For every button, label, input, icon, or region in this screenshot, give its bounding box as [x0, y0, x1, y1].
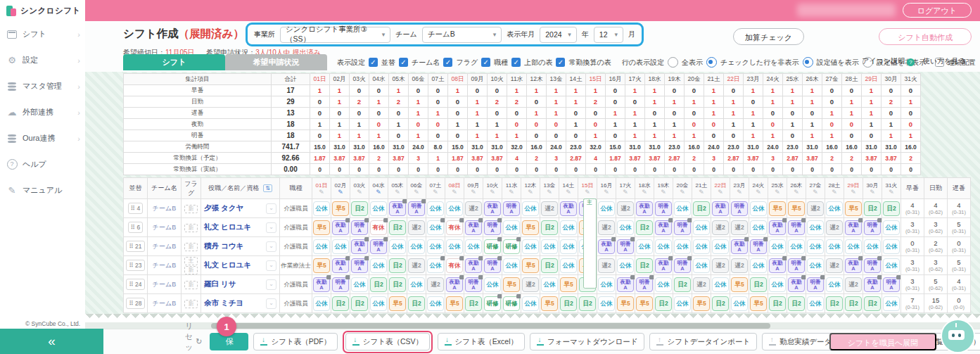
shift-cell-chip[interactable]: 日2 — [674, 277, 691, 292]
shift-cell-chip[interactable]: 公休 — [560, 239, 577, 254]
shift-cell-chip[interactable]: 公休 — [370, 201, 387, 216]
shift-cell-chip[interactable]: 明番A — [788, 258, 805, 273]
addition-check-button[interactable]: 加算チェック — [733, 28, 804, 45]
pencil-edit-icon[interactable]: ✎ — [616, 189, 635, 196]
row-drag-handle[interactable]: ⠿ 6 — [128, 222, 143, 233]
shift-cell-chip[interactable]: 明番A — [883, 277, 900, 292]
shift-cell-chip[interactable]: 公休 — [446, 201, 463, 216]
shift-cell-chip[interactable]: 夜勤A — [446, 277, 463, 292]
radio-チェックした行を非表示[interactable] — [706, 57, 717, 68]
shift-cell-chip[interactable]: 夜勤A — [655, 258, 672, 273]
pencil-edit-icon[interactable]: ✎ — [787, 189, 806, 196]
shift-cell-chip[interactable]: 早5 — [541, 296, 558, 311]
shift-cell-chip[interactable]: 遅2 — [465, 201, 482, 216]
toolbar-button-フォーマットダウンロード[interactable]: フォーマットダウンロード — [530, 333, 644, 350]
shift-cell-chip[interactable]: 早5 — [769, 201, 786, 216]
pencil-edit-icon[interactable]: ✎ — [844, 189, 863, 196]
shift-cell-chip[interactable]: 明番A — [674, 258, 691, 273]
shift-cell-chip[interactable]: 研修 — [484, 296, 501, 311]
shift-cell-chip[interactable]: 明番A — [351, 220, 368, 235]
sidebar-item-シフト[interactable]: シフト› — [0, 21, 85, 47]
pencil-edit-icon[interactable]: ✎ — [692, 189, 711, 196]
shift-cell-chip[interactable]: 夜勤A — [389, 201, 406, 216]
shift-cell-chip[interactable]: 日2 — [636, 220, 653, 235]
pencil-edit-icon[interactable]: ✎ — [483, 189, 502, 196]
shift-cell-chip[interactable]: 明番A — [674, 220, 691, 235]
checkbox-常勤換算の表[interactable] — [556, 58, 565, 67]
shift-cell-chip[interactable]: 日2 — [769, 296, 786, 311]
shift-cell-chip[interactable]: 公休 — [807, 220, 824, 235]
pencil-edit-icon[interactable]: ✎ — [407, 189, 426, 196]
shift-cell-chip[interactable]: 夜勤A — [655, 220, 672, 235]
shift-cell-chip[interactable]: 公休 — [484, 277, 501, 292]
pencil-edit-icon[interactable]: ✎ — [426, 189, 445, 196]
shift-cell-chip[interactable]: 公休 — [332, 239, 349, 254]
shift-cell-chip[interactable]: 公休 — [351, 277, 368, 292]
shift-cell-chip[interactable]: 日2 — [788, 296, 805, 311]
shift-cell-chip[interactable]: 公休 — [522, 239, 539, 254]
toolbar-button-シフト表（PDF）[interactable]: シフト表（PDF） — [253, 333, 338, 350]
shift-cell-chip[interactable]: 公休 — [674, 239, 691, 254]
shift-cell-chip[interactable]: 日2 — [389, 220, 406, 235]
shift-cell-chip[interactable]: 日2 — [883, 201, 900, 216]
shift-cell-chip[interactable]: 公休 — [674, 201, 691, 216]
shift-cell-chip[interactable]: 明番A — [351, 258, 368, 273]
shift-cell-chip[interactable]: 公休 — [693, 239, 710, 254]
shift-cell-chip[interactable]: 公休 — [826, 277, 843, 292]
checkbox-チーム名[interactable] — [399, 58, 408, 67]
shift-cell-chip[interactable]: 明番A — [370, 239, 387, 254]
shift-cell-chip[interactable]: 有休 — [446, 258, 463, 273]
logout-button[interactable]: ログアウト — [903, 3, 972, 18]
pencil-edit-icon[interactable]: ✎ — [521, 189, 540, 196]
checkbox-フラグ[interactable] — [443, 58, 452, 67]
shift-cell-chip[interactable]: 公休 — [427, 239, 444, 254]
shift-cell-chip[interactable]: 夜勤A — [351, 239, 368, 254]
shift-cell-chip[interactable]: 公休 — [769, 277, 786, 292]
shift-cell-chip[interactable]: 公休 — [807, 296, 824, 311]
shift-cell-chip[interactable]: 日2 — [332, 296, 349, 311]
shift-cell-chip[interactable]: 公休 — [826, 201, 843, 216]
shift-cell-chip[interactable]: 夜勤A — [636, 201, 653, 216]
shift-cell-chip[interactable]: 公休 — [370, 296, 387, 311]
shift-cell-chip[interactable]: 公休 — [313, 296, 330, 311]
shift-cell-chip[interactable]: 遅2 — [845, 277, 862, 292]
shift-cell-chip[interactable]: 公休 — [807, 258, 824, 273]
shift-cell-chip[interactable]: 公休 — [807, 239, 824, 254]
shift-cell-chip[interactable]: 明番A — [503, 201, 520, 216]
shift-cell-chip[interactable]: 公休 — [522, 201, 539, 216]
pencil-edit-icon[interactable]: ✎ — [597, 189, 616, 196]
shift-cell-chip[interactable]: 公休 — [541, 277, 558, 292]
row-expand-chevron[interactable]: ⌄ — [266, 260, 276, 271]
pencil-edit-icon[interactable]: ✎ — [711, 189, 730, 196]
pencil-edit-icon[interactable]: ✎ — [540, 189, 559, 196]
shift-cell-chip[interactable]: 公休 — [693, 258, 710, 273]
tab-シフト[interactable]: シフト — [123, 54, 225, 70]
shift-cell-chip[interactable]: 公休 — [883, 239, 900, 254]
shift-cell-chip[interactable]: 早5 — [522, 258, 539, 273]
shift-cell-chip[interactable]: 日2 — [389, 277, 406, 292]
radio-全表示[interactable] — [668, 57, 678, 68]
shift-cell-chip[interactable]: 夜勤A — [845, 258, 862, 273]
shift-cell-chip[interactable]: 早5 — [693, 296, 710, 311]
shift-cell-chip[interactable]: 明番A — [408, 201, 425, 216]
shift-cell-chip[interactable]: 研修 — [484, 239, 501, 254]
shift-cell-chip[interactable]: 明番A — [807, 277, 824, 292]
shift-cell-chip[interactable]: 夜勤A — [864, 277, 881, 292]
checkbox-職種[interactable] — [481, 58, 490, 67]
shift-cell-chip[interactable]: 公休 — [522, 296, 539, 311]
usage-link[interactable]: 使い方を見る ⇗ — [923, 56, 973, 66]
shift-cell-chip[interactable]: 公休 — [712, 239, 729, 254]
shift-cell-chip[interactable]: 明番A — [332, 277, 349, 292]
shift-cell-chip[interactable]: 日2 — [579, 296, 596, 311]
row-drag-handle[interactable]: ⠿ 4 — [128, 203, 143, 214]
shift-cell-chip[interactable]: 夜勤A — [484, 201, 501, 216]
shift-cell-chip[interactable]: 日2 — [408, 296, 425, 311]
shift-cell-chip[interactable]: 早5 — [332, 201, 349, 216]
shift-cell-chip[interactable]: 日2 — [370, 277, 387, 292]
shift-cell-chip[interactable]: 公休 — [693, 220, 710, 235]
shift-cell-chip[interactable]: 公休 — [826, 239, 843, 254]
row-drag-handle[interactable]: ⠿ 21 — [126, 241, 144, 252]
shift-cell-chip[interactable]: 有休 — [370, 220, 387, 235]
shift-cell-chip[interactable]: 夜勤A — [332, 258, 349, 273]
shift-cell-chip[interactable]: 早5 — [522, 220, 539, 235]
